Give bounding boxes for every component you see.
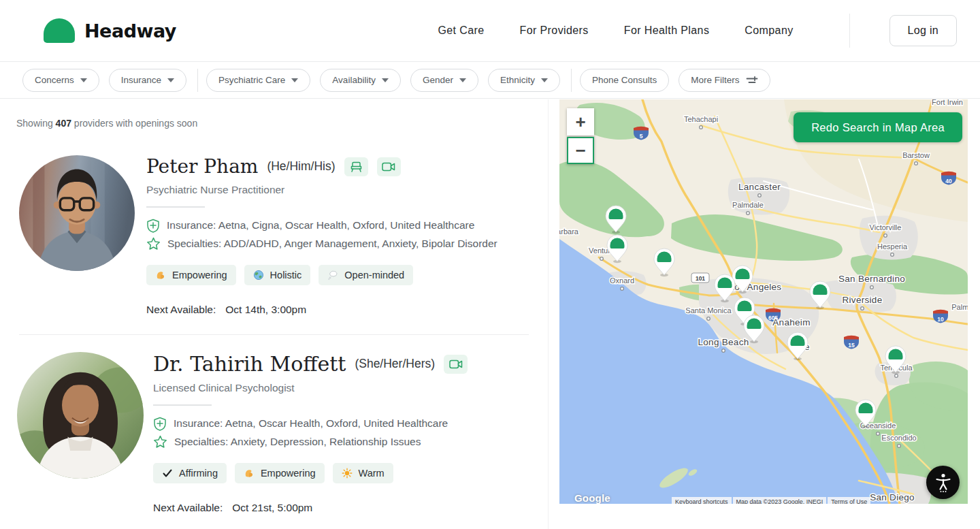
results-count: 407: [56, 118, 71, 129]
tag-label: Empowering: [261, 468, 316, 479]
chevron-down-icon: [167, 78, 174, 82]
tag-open-minded: Open-minded: [318, 265, 413, 285]
svg-text:40: 40: [945, 178, 952, 185]
map-town-dot: [870, 286, 874, 289]
provider-info: Dr. Tahirih Moffett (She/Her/Hers) Licen…: [153, 352, 468, 514]
zoom-in-button[interactable]: +: [567, 108, 594, 135]
specialties-list: ADD/ADHD, Anger Management, Anxiety, Bip…: [224, 238, 497, 249]
tag-label: Open-minded: [344, 270, 404, 280]
tag-label: Holistic: [270, 270, 302, 280]
tag-label: Affirming: [179, 468, 218, 479]
map-town-dot: [700, 126, 703, 129]
nav-divider: [849, 14, 850, 48]
provider-title: Licensed Clinical Psychologist: [153, 382, 468, 394]
tag-affirming: Affirming: [153, 463, 227, 483]
keyboard-shortcuts-link[interactable]: Keyboard shortcuts: [672, 497, 732, 504]
nav-for-providers[interactable]: For Providers: [520, 25, 589, 37]
filter-lines-icon: [746, 76, 758, 85]
card-separator: [19, 334, 529, 335]
map-town-dot: [621, 287, 624, 291]
specialties-label: Specialties:: [174, 436, 228, 447]
filter-ethnicity[interactable]: Ethnicity: [488, 69, 560, 92]
nav-for-health-plans[interactable]: For Health Plans: [624, 25, 710, 37]
map-canvas[interactable]: 5401016051015 Fort IrwinTehachapiBarstow…: [559, 99, 968, 504]
provider-pronouns: (He/Him/His): [267, 159, 335, 174]
map-label-lancaster: Lancaster: [738, 182, 781, 192]
map-town-dot: [884, 234, 887, 238]
map-label-barstow: Barstow: [902, 151, 930, 159]
filter-concerns[interactable]: Concerns: [22, 69, 99, 92]
provider-card-tahirih-moffett[interactable]: Dr. Tahirih Moffett (She/Her/Hers) Licen…: [19, 352, 548, 514]
map-zoom-controls: + −: [567, 108, 594, 164]
map-attribution: Keyboard shortcuts Map data ©2023 Google…: [672, 497, 870, 504]
brand-name: Headway: [84, 20, 176, 42]
provider-name[interactable]: Peter Pham: [146, 155, 258, 178]
tag-warm: Warm: [333, 463, 393, 483]
shield-plus-icon: [153, 417, 167, 432]
redo-search-button[interactable]: Redo Search in Map Area: [794, 112, 962, 142]
insurance-list: Aetna, Cigna, Oscar Health, Oxford, Unit…: [218, 219, 475, 231]
next-available-value: Oct 14th, 3:00pm: [225, 304, 306, 316]
map[interactable]: 5401016051015 Fort IrwinTehachapiBarstow…: [559, 99, 968, 504]
chevron-down-icon: [382, 78, 389, 82]
specialties-label: Specialties:: [167, 238, 221, 249]
accessibility-widget-button[interactable]: [926, 466, 960, 499]
zoom-out-button[interactable]: −: [567, 137, 594, 164]
route-shield-101: 101: [691, 273, 709, 283]
terms-link[interactable]: Terms of Use: [828, 497, 870, 504]
insurance-label: Insurance:: [174, 417, 223, 429]
filter-phone-consults[interactable]: Phone Consults: [580, 69, 669, 92]
provider-card-peter-pham[interactable]: Peter Pham (He/Him/His): [19, 155, 548, 316]
map-label-riverside: Riverside: [843, 295, 883, 305]
specialties-list: Anxiety, Depression, Relationship Issues: [231, 436, 421, 447]
next-available-value: Oct 21st, 5:00pm: [232, 502, 312, 514]
nav-company[interactable]: Company: [745, 25, 793, 37]
headway-logo[interactable]: Headway: [44, 18, 176, 43]
map-town-dot: [747, 212, 750, 215]
insurance-row: Insurance: Aetna, Cigna, Oscar Health, O…: [146, 217, 497, 234]
provider-pronouns: (She/Her/Hers): [355, 357, 435, 371]
tag-empowering: Empowering: [146, 265, 236, 285]
filter-availability[interactable]: Availability: [320, 69, 401, 92]
results-count-line: Showing 407 providers with openings soon: [16, 118, 548, 129]
filter-more-filters[interactable]: More Filters: [679, 69, 770, 92]
video-badge: [377, 157, 401, 176]
next-available-label: Next Available:: [153, 502, 223, 514]
filter-ethnicity-label: Ethnicity: [500, 75, 535, 85]
filter-psychiatric-care[interactable]: Psychiatric Care: [206, 69, 310, 92]
star-icon: [153, 435, 167, 449]
shield-plus-icon: [146, 219, 160, 234]
svg-text:101: 101: [696, 275, 705, 282]
thought-bubble-icon: [327, 270, 338, 280]
filter-divider: [571, 69, 572, 92]
provider-name[interactable]: Dr. Tahirih Moffett: [153, 352, 346, 376]
filter-divider: [197, 69, 198, 92]
next-available-row: Next Available: Oct 14th, 3:00pm: [146, 304, 497, 316]
map-label-fort-irwin: Fort Irwin: [932, 99, 963, 106]
google-logo[interactable]: Google: [574, 492, 610, 504]
provider-avatar[interactable]: [19, 155, 135, 271]
header: Headway Get Care For Providers For Healt…: [0, 0, 980, 62]
tag-empowering: Empowering: [235, 463, 325, 483]
provider-results-pane: Showing 407 providers with openings soon: [0, 99, 549, 529]
provider-avatar[interactable]: [17, 352, 144, 479]
map-label-victorville: Victorville: [870, 223, 902, 231]
login-button[interactable]: Log in: [889, 15, 957, 46]
map-town-dot: [707, 317, 710, 321]
insurance-label: Insurance:: [167, 219, 216, 231]
map-town-dot: [895, 374, 898, 378]
filter-concerns-label: Concerns: [35, 75, 74, 85]
muscle-icon: [244, 468, 255, 479]
avatar-illustration: [19, 155, 135, 271]
filter-more-filters-label: More Filters: [691, 75, 739, 85]
nav-get-care[interactable]: Get Care: [438, 25, 484, 37]
map-label-hesperia: Hesperia: [877, 242, 908, 251]
personality-tags: Empowering Holistic Open-minded: [146, 265, 497, 285]
sun-icon: [342, 468, 353, 479]
map-label-anaheim: Anaheim: [772, 317, 810, 327]
personality-tags: Affirming Empowering Warm: [153, 463, 468, 483]
filter-insurance[interactable]: Insurance: [109, 69, 186, 92]
provider-title: Psychiatric Nurse Practitioner: [146, 184, 497, 196]
filter-gender[interactable]: Gender: [410, 69, 478, 92]
map-label-arbara: arbara: [559, 227, 579, 236]
